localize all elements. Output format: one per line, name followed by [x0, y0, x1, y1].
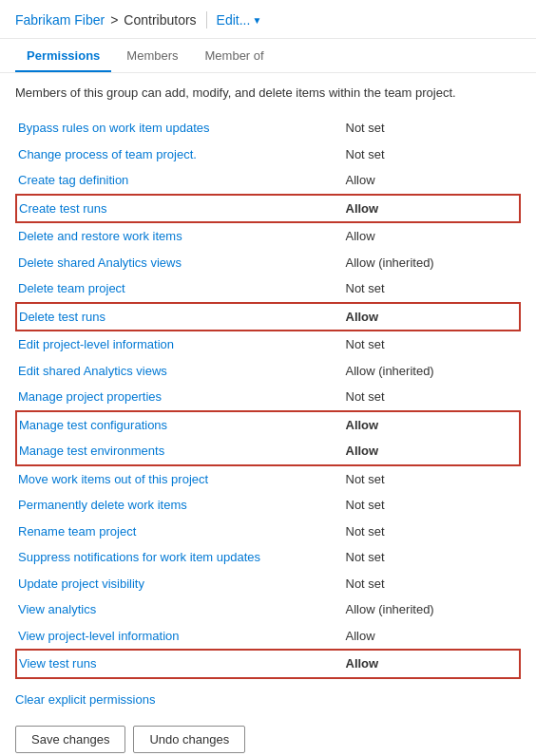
table-row: Create test runsAllow [16, 195, 520, 223]
header: Fabrikam Fiber > Contributors Edit... ▼ [0, 0, 536, 39]
permission-value: Allow [344, 623, 521, 651]
permission-name[interactable]: Rename team project [16, 519, 344, 545]
permission-value: Not set [344, 544, 521, 571]
permission-name[interactable]: Delete and restore work items [16, 222, 344, 250]
breadcrumb-org[interactable]: Fabrikam Fiber [15, 12, 105, 28]
permission-value: Not set [344, 571, 521, 597]
permission-value: Not set [344, 465, 521, 493]
table-row: View test runsAllow [16, 650, 520, 678]
permission-name[interactable]: Delete team project [16, 275, 344, 303]
permission-value: Allow (inherited) [344, 596, 521, 623]
permission-value: Not set [344, 384, 521, 411]
tab-members[interactable]: Members [115, 39, 189, 72]
table-row: Bypass rules on work item updatesNot set [16, 115, 520, 142]
permission-name[interactable]: View analytics [16, 596, 344, 623]
permission-name[interactable]: Create tag definition [16, 167, 344, 195]
description: Members of this group can add, modify, a… [15, 85, 521, 102]
table-row: Create tag definitionAllow [16, 167, 520, 195]
table-row: Delete test runsAllow [16, 303, 520, 331]
table-row: Delete team projectNot set [16, 275, 520, 303]
save-button[interactable]: Save changes [15, 726, 125, 753]
permission-name[interactable]: Manage test environments [16, 438, 344, 465]
button-row: Save changes Undo changes [15, 726, 521, 753]
permission-value: Allow [344, 411, 521, 439]
breadcrumb: Fabrikam Fiber > Contributors [15, 12, 197, 28]
permissions-table: Bypass rules on work item updatesNot set… [15, 115, 521, 679]
table-row: Edit project-level informationNot set [16, 331, 520, 358]
permission-value: Not set [344, 275, 521, 303]
permission-name[interactable]: Change process of team project. [16, 142, 344, 168]
table-row: Rename team projectNot set [16, 519, 520, 545]
permission-value: Not set [344, 115, 521, 142]
permission-name[interactable]: Edit shared Analytics views [16, 358, 344, 385]
table-row: Change process of team project.Not set [16, 142, 520, 168]
permission-name[interactable]: Create test runs [16, 195, 344, 223]
permission-name[interactable]: Bypass rules on work item updates [16, 115, 344, 142]
permission-name[interactable]: Permanently delete work items [16, 492, 344, 519]
table-row: View analyticsAllow (inherited) [16, 596, 520, 623]
edit-dropdown[interactable]: Edit... ▼ [217, 12, 262, 28]
undo-button[interactable]: Undo changes [133, 726, 245, 753]
permission-value: Allow (inherited) [344, 250, 521, 276]
table-row: Move work items out of this projectNot s… [16, 465, 520, 493]
breadcrumb-group: Contributors [124, 12, 196, 28]
table-row: Suppress notifications for work item upd… [16, 544, 520, 571]
breadcrumb-separator: > [110, 12, 118, 28]
permission-value: Not set [344, 331, 521, 358]
permission-name[interactable]: Move work items out of this project [16, 465, 344, 493]
chevron-down-icon: ▼ [252, 15, 261, 26]
permission-value: Allow [344, 650, 521, 678]
edit-label: Edit... [217, 12, 251, 28]
permission-name[interactable]: View project-level information [16, 623, 344, 651]
table-row: Manage project propertiesNot set [16, 384, 520, 411]
table-row: View project-level informationAllow [16, 623, 520, 651]
table-row: Update project visibilityNot set [16, 571, 520, 597]
tab-member-of[interactable]: Member of [194, 39, 276, 72]
permission-name[interactable]: Edit project-level information [16, 331, 344, 358]
permission-name[interactable]: Delete test runs [16, 303, 344, 331]
permission-name[interactable]: Delete shared Analytics views [16, 250, 344, 276]
table-row: Delete shared Analytics viewsAllow (inhe… [16, 250, 520, 276]
permission-name[interactable]: View test runs [16, 650, 344, 678]
content: Members of this group can add, modify, a… [0, 73, 536, 756]
permission-value: Allow [344, 438, 521, 465]
permission-value: Allow [344, 195, 521, 223]
table-row: Manage test configurationsAllow [16, 411, 520, 439]
permission-value: Not set [344, 519, 521, 545]
table-row: Delete and restore work itemsAllow [16, 222, 520, 250]
permission-value: Allow [344, 222, 521, 250]
permission-value: Allow [344, 167, 521, 195]
table-row: Manage test environmentsAllow [16, 438, 520, 465]
permission-name[interactable]: Update project visibility [16, 571, 344, 597]
permission-name[interactable]: Suppress notifications for work item upd… [16, 544, 344, 571]
permission-value: Allow (inherited) [344, 358, 521, 385]
permission-value: Allow [344, 303, 521, 331]
tab-permissions[interactable]: Permissions [15, 39, 111, 72]
permission-value: Not set [344, 142, 521, 168]
permission-name[interactable]: Manage project properties [16, 384, 344, 411]
tabs: Permissions Members Member of [0, 39, 536, 73]
permission-value: Not set [344, 492, 521, 519]
table-row: Edit shared Analytics viewsAllow (inheri… [16, 358, 520, 385]
header-divider [206, 11, 207, 28]
permission-name[interactable]: Manage test configurations [16, 411, 344, 439]
table-row: Permanently delete work itemsNot set [16, 492, 520, 519]
clear-permissions-link[interactable]: Clear explicit permissions [15, 692, 155, 707]
